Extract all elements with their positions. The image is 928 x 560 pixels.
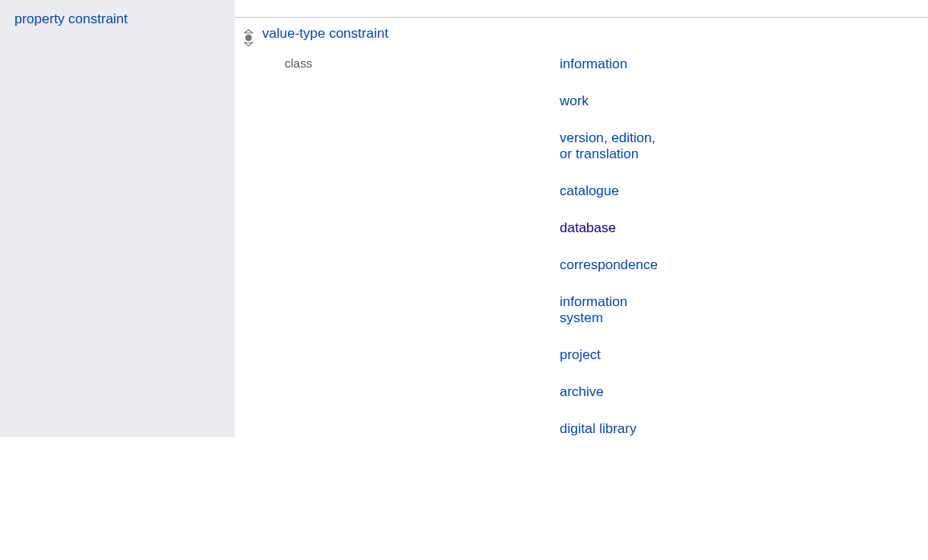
qualifier-row: class informationworkversion, edition, o… — [262, 56, 584, 437]
qualifier-value-link[interactable]: correspondence — [560, 257, 658, 273]
rank-normal-icon — [244, 29, 253, 437]
qualifier-value-link[interactable]: version, edition, or translation — [560, 130, 658, 162]
value-area: value-type constraint class informationw… — [235, 0, 928, 437]
rank-selector[interactable] — [235, 26, 262, 437]
svg-point-0 — [245, 35, 252, 41]
mainsnak-value: value-type constraint — [262, 26, 584, 42]
property-link[interactable]: property constraint — [14, 11, 128, 27]
qualifier-value-link[interactable]: archive — [560, 384, 658, 400]
constraint-type-link[interactable]: value-type constraint — [262, 26, 388, 41]
qualifier-value-link[interactable]: information system — [560, 294, 658, 326]
qualifier-value-link[interactable]: catalogue — [560, 183, 658, 199]
qualifier-value-link[interactable]: digital library — [560, 421, 658, 437]
qualifier-property-label: class — [262, 56, 560, 437]
qualifier-value-link[interactable]: information — [560, 56, 658, 72]
statement-block: property constraint value-type constrain… — [0, 0, 928, 437]
property-label-cell: property constraint — [0, 0, 235, 437]
qualifier-values-list: informationworkversion, edition, or tran… — [560, 56, 658, 437]
claim-row: value-type constraint class informationw… — [235, 18, 928, 437]
qualifier-value-link[interactable]: database — [560, 220, 658, 236]
qualifier-value-link[interactable]: work — [560, 93, 658, 109]
mainsnak-column: value-type constraint class informationw… — [262, 26, 584, 437]
qualifier-value-link[interactable]: project — [560, 347, 658, 363]
